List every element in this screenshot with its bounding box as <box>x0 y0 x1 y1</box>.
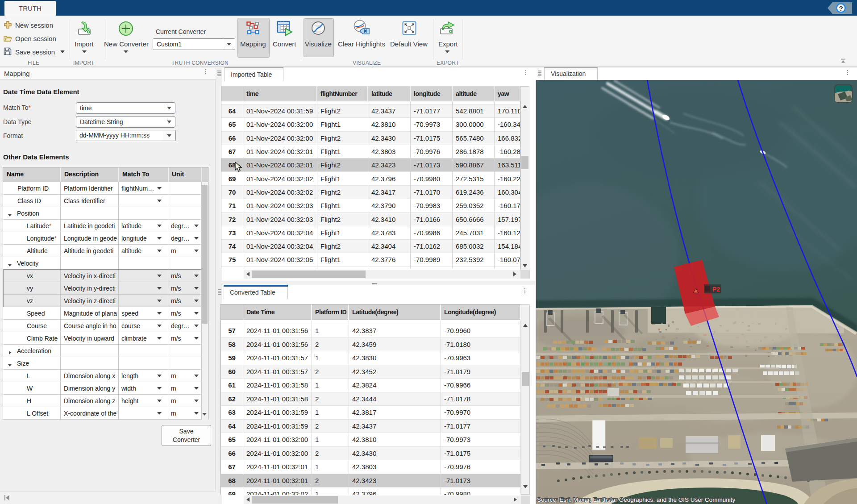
svg-text:Source: Esri, Maxar, Earthstar: Source: Esri, Maxar, Earthstar Geographi… <box>537 496 735 503</box>
svg-text:P2: P2 <box>712 286 720 293</box>
svg-text:?: ? <box>839 4 843 12</box>
